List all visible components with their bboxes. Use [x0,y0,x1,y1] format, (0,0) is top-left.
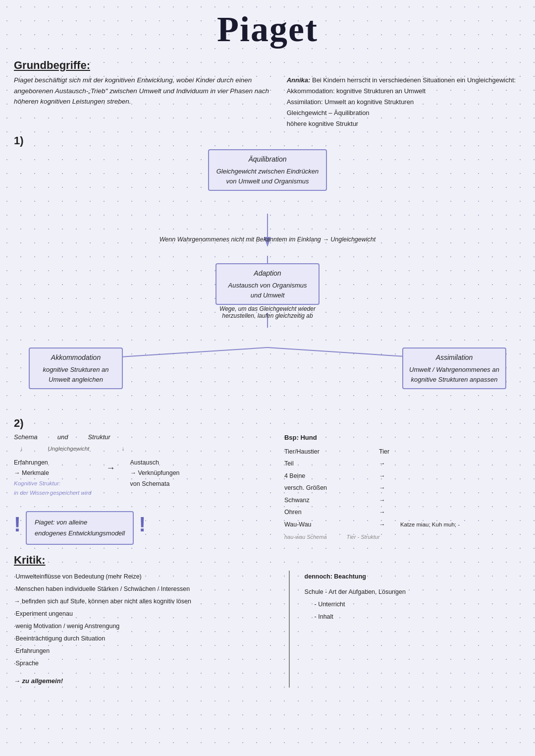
grundbegriffe-right: Annika: Bei Kindern herrscht in verschie… [287,75,521,129]
cell-teil: Teil [284,458,379,470]
table-row: versch. Größen → [284,482,521,494]
box-adapt-title: Adaption [222,268,313,279]
kritik-right-2: - Inhalt [315,611,521,623]
table-row: Wau-Wau → Katze miau; Kuh muh; - [284,519,521,531]
warning-text1: Piaget: von alleine [35,517,125,528]
dennoch-label: dennoch: Beachtung [305,571,521,583]
in-der-label: in der Wissen gespeichert wird [14,488,92,498]
arrow-right-label: → [107,461,115,476]
hauwau-schema: hau-wau Schema [284,532,327,542]
erfahrungen-label: Erfahrungen [14,458,92,468]
zu-allgemein-label: → zu allgemein! [14,675,279,688]
bsp-table: Tier/Haustier Tier Teil → 4 Beine → vers… [284,446,521,531]
kritik-item-3: ·Experiment ungenau [14,608,279,620]
cell-arrow-6: → [379,519,400,531]
kritik-cols: ·Umwelteinflüsse von Bedeutung (mehr Rei… [14,571,521,688]
schema-ungl-row: Schema und Struktur [14,432,274,443]
kritik-left: ·Umwelteinflüsse von Bedeutung (mehr Rei… [14,571,290,688]
cell-4beine: 4 Beine [284,470,379,482]
table-row: Teil → [284,458,521,470]
box-akko-text: kognitive Strukturen an Umwelt angleiche… [36,365,116,384]
cell-arrow-5: → [379,506,400,519]
cell-arrow-3: → [379,482,400,494]
kritik-right-0: Schule - Art der Aufgaben, Lösungen [305,586,521,598]
annika-text-3: Gleichgewicht – Äquilibration [287,109,370,116]
cell-ohren: Ohren [284,506,379,519]
kritik-item-4: ·wenig Motivation / wenig Anstrengung [14,620,279,633]
grundbegriffe-left-text: Piaget beschäftigt sich mit der kognitiv… [14,75,272,107]
box-adaption: Adaption Austausch von Organismus und Um… [215,263,320,305]
annika-text-4: höhere kognitive Struktur [287,120,359,127]
annika-label: Annika: [287,76,311,84]
svg-line-5 [268,348,420,357]
arrow-col: → [107,460,115,498]
cell-schwanz: Schwanz [284,494,379,507]
wege-text: Wege, um das Gleichgewicht wieder herzus… [218,305,317,319]
diagram2-left: Schema und Struktur ↓ Ungleichgewicht ↓ … [14,432,274,544]
table-row: 4 Beine → [284,470,521,482]
cell-arrow-2: → [379,470,400,482]
kritik-right: dennoch: Beachtung Schule - Art der Aufg… [300,571,521,623]
kritik-item-1: ·Menschen haben individuelle Stärken / S… [14,583,279,595]
table-row: Schwanz → [284,494,521,507]
schema-label: Schema [14,432,38,443]
page-title: Piaget [0,0,535,54]
erfahrungen-austausch-row: Erfahrungen → Merkmale Kognitive Struktu… [14,458,274,498]
schema-struktur-row: hau-wau Schema Tier - Struktur [284,532,521,542]
ungleichgewicht-row: ↓ Ungleichgewicht ↓ [14,444,274,454]
diagram2-container: Schema und Struktur ↓ Ungleichgewicht ↓ … [14,432,521,544]
ungleichgewicht-text: Wenn Wahrgenommenes nicht mit Bekanntem … [14,236,521,243]
warning-text2: endogenes Entwicklungsmodell [35,528,125,539]
zu-allgemein-text: → zu allgemein! [14,677,63,685]
box-aqui-text: Gleichgewicht zwischen Eindrücken von Um… [215,167,320,186]
cell-tier: Tier [379,446,400,458]
box-adapt-text: Austausch von Organismus und Umwelt [222,281,313,300]
und-label: und [57,432,68,443]
box-assi-text: Umwelt / Wahrgenommenes an kognitive Str… [409,365,499,384]
erfahrungen-col: Erfahrungen → Merkmale Kognitive Struktu… [14,458,92,498]
cell-arrow-4: → [379,494,400,507]
box-akkommodation: Akkommodation kognitive Strukturen an Um… [29,348,123,389]
schemata-label: von Schemata [130,479,180,489]
excl-right: ! [139,507,146,542]
kritik-item-7: ·Sprache [14,657,279,670]
kognitive-label: Kognitive Struktur: [14,479,92,489]
annika-text-0: Bei Kindern herrscht in verschiedenen Si… [312,76,516,84]
table-row: Ohren → [284,506,521,519]
verknuepfungen-label: → Verknüpfungen [130,468,180,478]
box-aquilibration: Äquilibration Gleichgewicht zwischen Ein… [208,149,327,191]
kritik-item-5: ·Beeinträchtigung durch Situation [14,633,279,645]
diagram1-section: 1) Äquilibration Gleichgewicht zwischen … [0,129,535,427]
kritik-item-6: ·Erfahrungen [14,645,279,657]
kritik-item-0: ·Umwelteinflüsse von Bedeutung (mehr Rei… [14,571,279,583]
kritik-section: Kritik: ·Umwelteinflüsse von Bedeutung (… [0,545,535,698]
annika-text-2: Assimilation: Umwelt an kognitive Strukt… [287,98,414,106]
svg-line-4 [113,348,268,357]
grundbegriffe-header: Grundbegriffe: [14,59,521,72]
cell-arrow-1: → [379,458,400,470]
kritik-header: Kritik: [14,554,521,567]
warning-row: ! Piaget: von alleine endogenes Entwickl… [14,504,274,545]
annika-text-1: Akkommodation: kognitive Strukturen an U… [287,87,426,95]
table-row: Tier/Haustier Tier [284,446,521,458]
austausch-label: Austausch [130,458,180,468]
box-assi-title: Assimilation [409,352,499,363]
diagram1-container: Äquilibration Gleichgewicht zwischen Ein… [14,149,521,427]
austausch-col: Austausch → Verknüpfungen von Schemata [130,458,180,498]
cell-tier-haustier: Tier/Haustier [284,446,379,458]
grundbegriffe-section: Grundbegriffe: Piaget beschäftigt sich m… [0,54,535,129]
section1-num: 1) [14,134,521,147]
tier-struktur: Tier - Struktur [347,532,380,542]
box-assimilation: Assimilation Umwelt / Wahrgenommenes an … [402,348,506,389]
kritik-item-2: → befinden sich auf Stufe, können aber n… [14,595,279,608]
merkmale-label: → Merkmale [14,468,92,478]
struktur-label: Struktur [88,432,110,443]
cell-katze-miau: Katze miau; Kuh muh; - [400,519,521,531]
ungleichgewicht-sublabel: Ungleichgewicht [48,444,90,454]
excl-left: ! [14,507,21,542]
kritik-right-1: - Unterricht [315,598,521,611]
box-akko-title: Akkommodation [36,352,116,363]
box-aqui-title: Äquilibration [215,154,320,165]
diagram2-right: Bsp: Hund Tier/Haustier Tier Teil → 4 Be… [284,432,521,542]
warning-box: Piaget: von alleine endogenes Entwicklun… [26,511,134,545]
